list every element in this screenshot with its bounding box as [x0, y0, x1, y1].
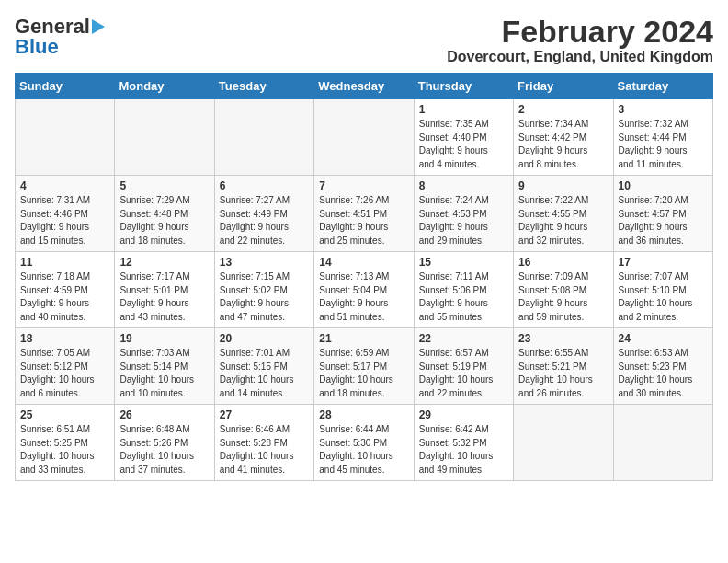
- calendar-cell: [514, 405, 613, 481]
- day-number: 28: [319, 408, 408, 421]
- week-row-2: 4Sunrise: 7:31 AM Sunset: 4:46 PM Daylig…: [16, 176, 713, 252]
- logo-blue: Blue: [15, 35, 59, 59]
- weekday-header-tuesday: Tuesday: [214, 74, 313, 99]
- day-info: Sunrise: 6:48 AM Sunset: 5:26 PM Dayligh…: [119, 423, 209, 477]
- day-info: Sunrise: 7:15 AM Sunset: 5:02 PM Dayligh…: [220, 270, 309, 324]
- day-number: 7: [319, 179, 408, 192]
- calendar-cell: 7Sunrise: 7:26 AM Sunset: 4:51 PM Daylig…: [314, 176, 414, 252]
- calendar-cell: 22Sunrise: 6:57 AM Sunset: 5:19 PM Dayli…: [414, 328, 513, 405]
- day-number: 26: [119, 408, 209, 421]
- day-number: 27: [220, 408, 309, 421]
- calendar-cell: [613, 405, 712, 481]
- day-number: 14: [319, 256, 408, 269]
- calendar-cell: 16Sunrise: 7:09 AM Sunset: 5:08 PM Dayli…: [514, 252, 613, 328]
- day-info: Sunrise: 7:05 AM Sunset: 5:12 PM Dayligh…: [20, 347, 109, 400]
- day-number: 22: [419, 332, 508, 345]
- day-number: 9: [518, 179, 608, 192]
- day-number: 19: [119, 332, 209, 345]
- day-info: Sunrise: 7:34 AM Sunset: 4:42 PM Dayligh…: [518, 118, 608, 171]
- calendar-cell: 25Sunrise: 6:51 AM Sunset: 5:25 PM Dayli…: [16, 405, 115, 481]
- logo-arrow-icon: [92, 19, 105, 34]
- header: General Blue February 2024 Dovercourt, E…: [15, 15, 713, 65]
- calendar-cell: 4Sunrise: 7:31 AM Sunset: 4:46 PM Daylig…: [16, 176, 115, 252]
- title-area: February 2024 Dovercourt, England, Unite…: [447, 15, 713, 65]
- day-number: 8: [419, 179, 508, 192]
- day-info: Sunrise: 6:59 AM Sunset: 5:17 PM Dayligh…: [319, 347, 408, 400]
- week-row-4: 18Sunrise: 7:05 AM Sunset: 5:12 PM Dayli…: [16, 328, 713, 405]
- calendar-cell: 18Sunrise: 7:05 AM Sunset: 5:12 PM Dayli…: [16, 328, 115, 405]
- weekday-header-monday: Monday: [115, 74, 214, 99]
- day-number: 4: [20, 179, 109, 192]
- day-info: Sunrise: 7:03 AM Sunset: 5:14 PM Dayligh…: [119, 347, 209, 400]
- day-number: 18: [20, 332, 109, 345]
- day-info: Sunrise: 7:35 AM Sunset: 4:40 PM Dayligh…: [419, 118, 508, 171]
- calendar-cell: 14Sunrise: 7:13 AM Sunset: 5:04 PM Dayli…: [314, 252, 414, 328]
- calendar-cell: 19Sunrise: 7:03 AM Sunset: 5:14 PM Dayli…: [115, 328, 214, 405]
- day-info: Sunrise: 6:55 AM Sunset: 5:21 PM Dayligh…: [518, 347, 608, 400]
- weekday-header-saturday: Saturday: [613, 74, 712, 99]
- day-info: Sunrise: 7:07 AM Sunset: 5:10 PM Dayligh…: [619, 270, 708, 324]
- day-info: Sunrise: 7:20 AM Sunset: 4:57 PM Dayligh…: [619, 194, 708, 247]
- calendar-cell: 28Sunrise: 6:44 AM Sunset: 5:30 PM Dayli…: [314, 405, 414, 481]
- calendar-cell: 10Sunrise: 7:20 AM Sunset: 4:57 PM Dayli…: [613, 176, 712, 252]
- day-number: 15: [419, 256, 508, 269]
- calendar-cell: 5Sunrise: 7:29 AM Sunset: 4:48 PM Daylig…: [115, 176, 214, 252]
- weekday-header-row: SundayMondayTuesdayWednesdayThursdayFrid…: [16, 74, 713, 99]
- day-info: Sunrise: 6:51 AM Sunset: 5:25 PM Dayligh…: [20, 423, 109, 477]
- day-number: 11: [20, 256, 109, 269]
- calendar-cell: 12Sunrise: 7:17 AM Sunset: 5:01 PM Dayli…: [115, 252, 214, 328]
- day-number: 12: [119, 256, 209, 269]
- week-row-1: 1Sunrise: 7:35 AM Sunset: 4:40 PM Daylig…: [16, 99, 713, 176]
- day-info: Sunrise: 7:17 AM Sunset: 5:01 PM Dayligh…: [119, 270, 209, 324]
- weekday-header-sunday: Sunday: [16, 74, 115, 99]
- day-number: 1: [419, 103, 508, 116]
- calendar-subtitle: Dovercourt, England, United Kingdom: [447, 49, 713, 65]
- calendar-cell: 23Sunrise: 6:55 AM Sunset: 5:21 PM Dayli…: [514, 328, 613, 405]
- calendar-table: SundayMondayTuesdayWednesdayThursdayFrid…: [15, 73, 713, 481]
- day-number: 3: [619, 103, 708, 116]
- day-info: Sunrise: 6:53 AM Sunset: 5:23 PM Dayligh…: [619, 347, 708, 400]
- calendar-cell: 21Sunrise: 6:59 AM Sunset: 5:17 PM Dayli…: [314, 328, 414, 405]
- weekday-header-wednesday: Wednesday: [314, 74, 414, 99]
- day-info: Sunrise: 7:22 AM Sunset: 4:55 PM Dayligh…: [518, 194, 608, 247]
- day-info: Sunrise: 7:13 AM Sunset: 5:04 PM Dayligh…: [319, 270, 408, 324]
- day-info: Sunrise: 7:31 AM Sunset: 4:46 PM Dayligh…: [20, 194, 109, 247]
- day-info: Sunrise: 6:46 AM Sunset: 5:28 PM Dayligh…: [220, 423, 309, 477]
- calendar-cell: 24Sunrise: 6:53 AM Sunset: 5:23 PM Dayli…: [613, 328, 712, 405]
- day-number: 24: [619, 332, 708, 345]
- calendar-cell: 6Sunrise: 7:27 AM Sunset: 4:49 PM Daylig…: [214, 176, 313, 252]
- calendar-cell: 11Sunrise: 7:18 AM Sunset: 4:59 PM Dayli…: [16, 252, 115, 328]
- calendar-cell: 2Sunrise: 7:34 AM Sunset: 4:42 PM Daylig…: [514, 99, 613, 176]
- day-number: 20: [220, 332, 309, 345]
- calendar-cell: [115, 99, 214, 176]
- day-number: 21: [319, 332, 408, 345]
- day-number: 29: [419, 408, 508, 421]
- day-info: Sunrise: 6:57 AM Sunset: 5:19 PM Dayligh…: [419, 347, 508, 400]
- calendar-cell: 26Sunrise: 6:48 AM Sunset: 5:26 PM Dayli…: [115, 405, 214, 481]
- day-number: 17: [619, 256, 708, 269]
- day-info: Sunrise: 7:24 AM Sunset: 4:53 PM Dayligh…: [419, 194, 508, 247]
- day-number: 25: [20, 408, 109, 421]
- calendar-cell: 29Sunrise: 6:42 AM Sunset: 5:32 PM Dayli…: [414, 405, 513, 481]
- calendar-cell: 1Sunrise: 7:35 AM Sunset: 4:40 PM Daylig…: [414, 99, 513, 176]
- day-info: Sunrise: 7:32 AM Sunset: 4:44 PM Dayligh…: [619, 118, 708, 171]
- calendar-cell: [314, 99, 414, 176]
- day-info: Sunrise: 6:44 AM Sunset: 5:30 PM Dayligh…: [319, 423, 408, 477]
- day-info: Sunrise: 7:09 AM Sunset: 5:08 PM Dayligh…: [518, 270, 608, 324]
- day-number: 6: [220, 179, 309, 192]
- calendar-cell: 13Sunrise: 7:15 AM Sunset: 5:02 PM Dayli…: [214, 252, 313, 328]
- weekday-header-thursday: Thursday: [414, 74, 513, 99]
- day-info: Sunrise: 6:42 AM Sunset: 5:32 PM Dayligh…: [419, 423, 508, 477]
- day-info: Sunrise: 7:01 AM Sunset: 5:15 PM Dayligh…: [220, 347, 309, 400]
- day-number: 23: [518, 332, 608, 345]
- day-info: Sunrise: 7:27 AM Sunset: 4:49 PM Dayligh…: [220, 194, 309, 247]
- calendar-title: February 2024: [447, 15, 713, 49]
- day-info: Sunrise: 7:29 AM Sunset: 4:48 PM Dayligh…: [119, 194, 209, 247]
- calendar-cell: 17Sunrise: 7:07 AM Sunset: 5:10 PM Dayli…: [613, 252, 712, 328]
- day-number: 2: [518, 103, 608, 116]
- logo: General Blue: [15, 15, 105, 59]
- day-number: 10: [619, 179, 708, 192]
- calendar-cell: 27Sunrise: 6:46 AM Sunset: 5:28 PM Dayli…: [214, 405, 313, 481]
- calendar-cell: [214, 99, 313, 176]
- week-row-3: 11Sunrise: 7:18 AM Sunset: 4:59 PM Dayli…: [16, 252, 713, 328]
